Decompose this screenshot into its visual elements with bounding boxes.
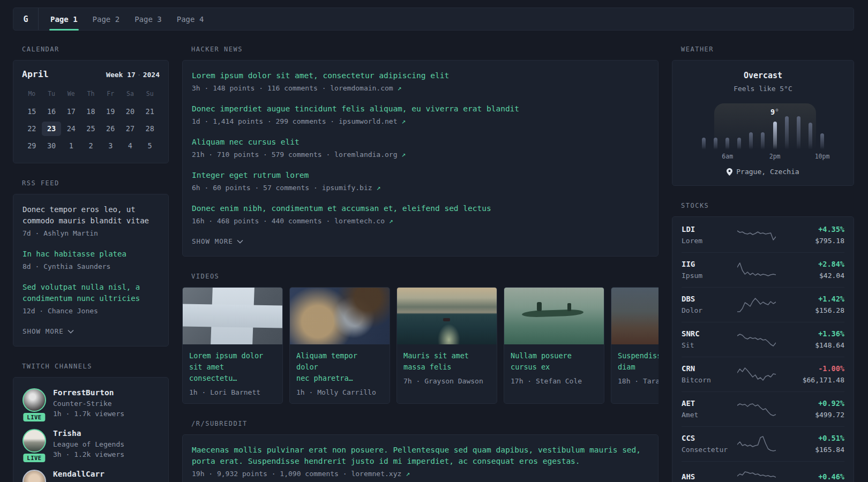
stock-name: Amet [682,411,737,419]
app-logo[interactable]: G [13,8,39,30]
stock-sparkline [737,330,776,349]
stock-symbol: AHS [682,472,737,481]
twitch-channel-game: League of Legends [53,440,124,448]
hn-item-title[interactable]: Donec enim nibh, condimentum et accumsan… [192,203,649,214]
twitch-channel-row[interactable]: LIVE Trisha League of Legends 3h · 1.2k … [23,429,159,458]
video-title[interactable]: Mauris sit amet massa felis [403,350,490,373]
rss-item-title[interactable]: Donec tempor eros leo, ut commodo mauris… [23,204,159,227]
hn-item-title[interactable]: Integer eget rutrum lorem [192,170,649,181]
video-thumbnail [504,288,604,344]
video-meta: 17h · Stefan Cole [511,377,597,385]
weather-hourly-chart: 9° 6am2pm10pm [695,106,830,159]
twitch-channel-row[interactable]: LIVE ForrestBurton Counter-Strike 1h · 1… [23,388,159,418]
hn-item: Aliquam nec cursus elit 21h · 710 points… [192,137,649,159]
temp-bar [785,116,789,149]
stock-row[interactable]: AETAmet +0.92%$499.72 [682,391,844,426]
external-link-icon: ↗ [406,470,410,478]
hn-item-meta: 1d · 1,414 points · 299 comments · ipsum… [192,117,649,125]
avatar [23,429,46,453]
stock-sparkline [737,260,776,280]
stock-row[interactable]: SNRCSit +1.36%$148.64 [682,322,844,357]
rss-item-meta: 7d · Ashlyn Martin [23,229,159,237]
video-card[interactable]: Lorem ipsum dolor sit amet consectetu… 1… [182,287,283,404]
weather-condition: Overcast [682,71,844,80]
chevron-down-icon [68,329,74,334]
rss-widget: RSS FEED Donec tempor eros leo, ut commo… [13,179,169,347]
top-nav: G Page 1 Page 2 Page 3 Page 4 [13,7,854,31]
rss-item: Donec tempor eros leo, ut commodo mauris… [23,204,159,237]
video-thumbnail [611,288,659,344]
external-link-icon: ↗ [389,217,393,225]
hn-item-title[interactable]: Lorem ipsum dolor sit amet, consectetur … [192,70,649,81]
video-thumbnail [290,288,390,344]
calendar-day: 22 [22,122,42,136]
weather-location: Prague, Czechia [682,168,844,176]
tab-page-3[interactable]: Page 3 [127,8,169,30]
stock-row[interactable]: CRNBitcorn -1.00%$66,171.48 [682,357,844,391]
twitch-channel-name[interactable]: KendallCarr [53,470,104,478]
video-title[interactable]: Lorem ipsum dolor sit amet consectetu… [189,350,276,384]
stock-symbol: CRN [682,364,737,373]
stock-row[interactable]: IIGIpsum +2.84%$42.04 [682,252,844,287]
video-title[interactable]: Aliquam tempor dolor nec pharetra… [296,350,383,384]
stock-row[interactable]: CCSConsectetur +0.51%$165.84 [682,426,844,461]
stock-sparkline [737,365,776,384]
rss-show-more-button[interactable]: SHOW MORE [23,326,159,343]
stock-symbol: LDI [682,225,737,234]
stock-change: +1.36% [776,329,844,338]
external-link-icon: ↗ [401,117,406,125]
hn-item-title[interactable]: Donec imperdiet augue tincidunt felis al… [192,103,649,115]
tab-page-1[interactable]: Page 1 [43,8,85,30]
tab-page-2[interactable]: Page 2 [85,8,128,30]
stock-row[interactable]: AHS +0.46% [682,461,844,482]
temp-bar [820,133,824,149]
video-title[interactable]: Nullam posuere cursus ex [511,350,597,373]
hackernews-widget: HACKER NEWS Lorem ipsum dolor sit amet, … [182,46,659,257]
stock-price: $66,171.48 [776,376,844,384]
calendar-day: 17 [61,104,81,119]
stock-name: Consectetur [682,446,737,454]
calendar-day: 18 [81,104,101,119]
stock-price: $795.18 [776,237,844,245]
rss-item-title[interactable]: In hac habitasse platea [23,248,159,260]
twitch-channel-name[interactable]: ForrestBurton [53,388,124,397]
video-card[interactable]: Nullam posuere cursus ex 17h · Stefan Co… [504,287,604,404]
stock-symbol: DBS [682,295,737,303]
calendar-widget: CALENDAR April Week 17·2024 MoTuWeThFrSa… [13,46,169,163]
temp-bar [749,132,753,149]
temp-bar [725,138,729,149]
calendar-day: 16 [42,104,62,119]
hn-item-meta: 3h · 148 points · 116 comments · loremdo… [192,84,649,92]
twitch-channel-viewers: 3h · 1.2k viewers [53,450,124,458]
tab-page-4[interactable]: Page 4 [169,8,212,30]
stock-name: Dolor [682,306,737,314]
videos-section-label: VIDEOS [191,273,659,280]
video-title[interactable]: Suspendisse diam [618,350,659,373]
stock-row[interactable]: LDILorem +4.35%$795.18 [682,218,844,252]
rss-item-title[interactable]: Sed volutpat nulla nisl, a condimentum n… [23,282,159,304]
stock-sparkline [737,295,776,314]
hn-item-meta: 16h · 468 points · 440 comments · loremt… [192,217,649,225]
twitch-channel-row[interactable]: KendallCarr [23,470,159,482]
hn-show-more-button[interactable]: SHOW MORE [192,236,649,253]
video-thumbnail [183,288,282,344]
stock-price: $42.04 [776,272,844,280]
temp-bar [702,138,706,149]
stock-row[interactable]: DBSDolor +1.42%$156.28 [682,287,844,322]
video-card[interactable]: Aliquam tempor dolor nec pharetra… 1h · … [289,287,390,404]
calendar-day: 21 [140,104,160,119]
external-link-icon: ↗ [401,150,406,159]
video-card[interactable]: Mauris sit amet massa felis 7h · Grayson… [396,287,497,404]
calendar-day-selected: 23 [42,122,62,136]
hn-item: Donec enim nibh, condimentum et accumsan… [192,203,649,225]
stock-name: Sit [682,341,737,349]
hn-item-title[interactable]: Aliquam nec cursus elit [192,137,649,148]
rss-item: Sed volutpat nulla nisl, a condimentum n… [23,282,159,315]
reddit-post-title[interactable]: Maecenas mollis pulvinar erat non posuer… [192,445,649,467]
calendar-day: 30 [42,139,62,153]
video-card[interactable]: Suspendisse diam 18h · Tara [611,287,659,404]
video-meta: 1h · Molly Carrillo [296,388,383,396]
twitch-channel-name[interactable]: Trisha [53,429,124,438]
hackernews-section-label: HACKER NEWS [191,46,659,53]
calendar-day: 5 [140,139,160,153]
